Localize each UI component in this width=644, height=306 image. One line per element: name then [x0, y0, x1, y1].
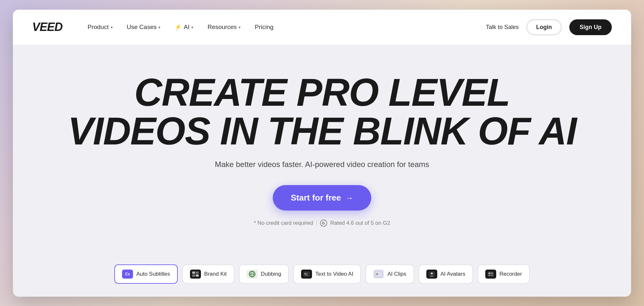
resources-chevron-icon: ▾ — [239, 25, 241, 30]
no-credit-card-text: * No credit card required — [254, 220, 313, 226]
talk-to-sales-link[interactable]: Talk to Sales — [486, 24, 519, 31]
svg-rect-0 — [192, 271, 195, 274]
divider — [317, 220, 317, 226]
pill-ai-avatars-label: AI Avatars — [440, 271, 465, 277]
svg-rect-2 — [192, 274, 195, 277]
svg-point-12 — [431, 272, 433, 274]
svg-rect-15 — [491, 272, 493, 274]
nav-links: Product ▾ Use Cases ▾ ⚡ AI ▾ Resources ▾… — [82, 20, 486, 34]
svg-rect-3 — [196, 274, 199, 277]
svg-rect-1 — [196, 271, 199, 274]
navbar: VEED Product ▾ Use Cases ▾ ⚡ AI ▾ Resour… — [13, 10, 631, 45]
nav-right: Talk to Sales Login Sign Up — [486, 19, 612, 35]
hero-subtitle: Make better videos faster. AI-powered vi… — [215, 160, 429, 169]
browser-window: VEED Product ▾ Use Cases ▾ ⚡ AI ▾ Resour… — [13, 10, 631, 297]
ai-clips-icon — [373, 270, 384, 279]
logo[interactable]: VEED — [32, 20, 62, 34]
lightning-icon: ⚡ — [175, 24, 182, 31]
ai-avatars-icon — [426, 270, 437, 279]
g2-icon: G — [320, 220, 327, 227]
use-cases-chevron-icon: ▾ — [158, 25, 160, 30]
pill-recorder[interactable]: Recorder — [478, 264, 530, 284]
signup-button[interactable]: Sign Up — [569, 19, 612, 35]
rating-text: Rated 4.6 out of 5 on G2 — [330, 220, 390, 226]
svg-rect-17 — [491, 275, 493, 276]
nav-use-cases[interactable]: Use Cases ▾ — [121, 20, 166, 34]
pill-text-to-video[interactable]: T| Text to Video AI — [293, 264, 361, 284]
pill-ai-avatars[interactable]: AI Avatars — [419, 264, 473, 284]
pill-ai-clips-label: AI Clips — [387, 271, 406, 277]
pill-recorder-label: Recorder — [499, 271, 522, 277]
pill-auto-subtitles[interactable]: Cc Auto Subtitles — [114, 264, 178, 284]
hero-title: CREATE PRO LEVEL VIDEOS IN THE BLINK OF … — [68, 73, 576, 150]
start-for-free-button[interactable]: Start for free → — [273, 185, 371, 211]
ai-chevron-icon: ▾ — [191, 25, 193, 30]
product-chevron-icon: ▾ — [111, 25, 113, 30]
rating-bar: * No credit card required G Rated 4.6 ou… — [254, 220, 390, 227]
dubbing-icon — [247, 270, 258, 279]
nav-pricing[interactable]: Pricing — [249, 20, 279, 34]
hero-section: CREATE PRO LEVEL VIDEOS IN THE BLINK OF … — [13, 45, 631, 264]
text-to-video-icon: T| — [301, 270, 312, 279]
brand-kit-icon — [190, 270, 201, 279]
nav-resources[interactable]: Resources ▾ — [202, 20, 246, 34]
nav-product[interactable]: Product ▾ — [82, 20, 118, 34]
svg-rect-14 — [488, 272, 490, 274]
pill-auto-subtitles-label: Auto Subtitles — [136, 271, 170, 277]
recorder-icon — [485, 270, 496, 279]
svg-rect-13 — [488, 271, 494, 277]
pill-brand-kit-label: Brand Kit — [204, 271, 227, 277]
cc-icon: Cc — [122, 270, 133, 279]
svg-text:T|: T| — [304, 273, 308, 276]
feature-pills: Cc Auto Subtitles Brand Kit — [13, 264, 631, 297]
nav-ai[interactable]: ⚡ AI ▾ — [169, 20, 199, 34]
login-button[interactable]: Login — [526, 19, 562, 35]
svg-rect-16 — [488, 275, 490, 276]
pill-dubbing-label: Dubbing — [261, 271, 281, 277]
arrow-right-icon: → — [346, 193, 353, 202]
pill-text-to-video-label: Text to Video AI — [315, 271, 353, 277]
logo-text: VEED — [32, 20, 62, 34]
pill-dubbing[interactable]: Dubbing — [239, 264, 289, 284]
pill-brand-kit[interactable]: Brand Kit — [182, 264, 234, 284]
pill-ai-clips[interactable]: AI Clips — [365, 264, 414, 284]
